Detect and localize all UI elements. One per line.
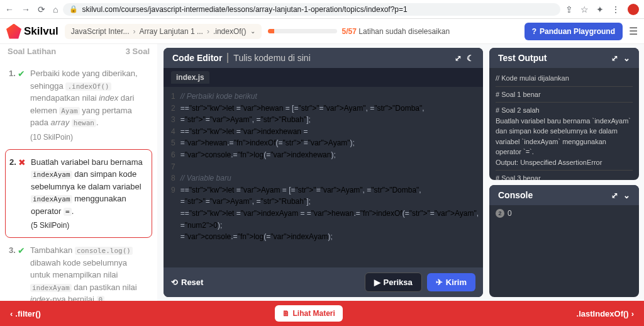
task-points: (5 SkilPoin) [31, 220, 148, 231]
progress-count: 5/57 [342, 27, 357, 36]
progress: 5/57 Latihan sudah diselesaikan [268, 27, 518, 36]
crumb-course[interactable]: JavaScript Inter... [71, 27, 130, 36]
star-icon[interactable]: ☆ [580, 4, 589, 14]
console-panel: Console ⤢ ⌄ 2 0 [489, 185, 639, 297]
theme-icon[interactable]: ☾ [467, 53, 474, 63]
reload-icon[interactable]: ⟳ [38, 4, 45, 14]
forward-icon[interactable]: → [21, 4, 30, 14]
task-text: Perbaiki kode yang diberikan, sehingga .… [30, 67, 148, 143]
url-text: skilvul.com/courses/javascript-intermedi… [82, 5, 407, 14]
task-number: 2. [9, 156, 18, 232]
address-bar[interactable]: 🔒 skilvul.com/courses/javascript-interme… [63, 3, 560, 16]
browser-toolbar: ← → ⟳ ⌂ 🔒 skilvul.com/courses/javascript… [0, 0, 644, 19]
help-button[interactable]: ? Panduan Playground [525, 23, 623, 40]
expand-icon[interactable]: ⤢ [611, 191, 618, 200]
task-points: (10 SkilPoin) [30, 132, 148, 143]
check-circle-icon: ✔ [18, 244, 25, 301]
task-text: Tambahkan console.log() dibawah kode seb… [30, 244, 148, 301]
expand-icon[interactable]: ⤢ [611, 53, 618, 63]
sidebar-title: Soal Latihan [8, 47, 56, 56]
code-editor-panel: Code Editor Tulis kodemu di sini ⤢ ☾ ind… [164, 48, 483, 297]
puzzle-icon[interactable]: ✦ [596, 4, 604, 14]
file-tab[interactable]: index.js [164, 68, 483, 87]
check-circle-icon: ✔ [18, 67, 25, 143]
prev-lesson-button[interactable]: ‹ .filter() [10, 309, 41, 318]
brand-logo[interactable]: Skilvul [6, 24, 58, 39]
refresh-icon: ⟲ [171, 278, 178, 287]
task-item[interactable]: 3.✔Tambahkan console.log() dibawah kode … [5, 238, 152, 301]
profile-avatar[interactable] [628, 4, 639, 15]
chevron-left-icon: ‹ [10, 309, 13, 318]
progress-label: Latihan sudah diselesaikan [358, 27, 450, 36]
reset-button[interactable]: ⟲ Reset [171, 278, 203, 287]
menu-button[interactable]: ☰ [629, 25, 638, 37]
task-sidebar: Soal Latihan 3 Soal 1.✔Perbaiki kode yan… [0, 44, 157, 301]
crumb-lesson[interactable]: Array Lanjutan 1 ... [140, 27, 203, 36]
task-number: 3. [9, 244, 18, 301]
chevron-down-icon[interactable]: ⌄ [623, 191, 630, 200]
breadcrumb: JavaScript Inter... › Array Lanjutan 1 .… [65, 24, 262, 39]
menu-icon[interactable]: ⋮ [611, 4, 620, 14]
question-icon: ? [532, 27, 536, 36]
home-icon[interactable]: ⌂ [53, 4, 58, 14]
task-item[interactable]: 2.✖Buatlah variabel baru bernama indexAy… [5, 149, 152, 239]
editor-title: Code Editor [172, 53, 222, 63]
chevron-down-icon[interactable]: ⌄ [250, 28, 255, 35]
logo-icon [6, 24, 21, 39]
document-icon: 🗎 [282, 309, 290, 318]
task-number: 1. [9, 67, 18, 143]
view-material-button[interactable]: 🗎 Lihat Materi [275, 305, 343, 322]
progress-bar [268, 29, 337, 33]
chevron-right-icon: › [207, 27, 209, 36]
check-button[interactable]: ▶ Periksa [365, 273, 422, 292]
crumb-topic[interactable]: .indexOf() [213, 27, 247, 36]
expand-icon[interactable]: ⤢ [455, 53, 462, 63]
task-text: Buatlah variabel baru bernama indexAyam … [31, 156, 148, 232]
editor-subtitle: Tulis kodemu di sini [227, 53, 310, 63]
close-circle-icon: ✖ [18, 156, 26, 232]
chevron-right-icon: › [133, 27, 136, 36]
lock-icon: 🔒 [69, 5, 78, 13]
console-value: 0 [508, 209, 512, 218]
code-area[interactable]: 123456789 // Perbaiki kode berikut=="str… [164, 87, 483, 267]
output-title: Test Output [498, 53, 547, 63]
console-title: Console [498, 190, 533, 200]
next-lesson-button[interactable]: .lastIndexOf() › [577, 309, 634, 318]
task-item[interactable]: 1.✔Perbaiki kode yang diberikan, sehingg… [5, 61, 152, 149]
send-icon: ✈ [436, 278, 443, 287]
test-output-panel: Test Output ⤢ ⌄ // Kode mulai dijalankan… [489, 48, 639, 180]
chevron-right-icon: › [631, 309, 634, 318]
app-header: Skilvul JavaScript Inter... › Array Lanj… [0, 19, 644, 44]
lesson-footer: ‹ .filter() 🗎 Lihat Materi .lastIndexOf(… [0, 301, 644, 326]
chevron-down-icon[interactable]: ⌄ [623, 53, 630, 63]
share-icon[interactable]: ⇪ [565, 4, 573, 14]
play-icon: ▶ [374, 278, 380, 287]
submit-button[interactable]: ✈ Kirim [427, 273, 475, 291]
console-count-badge: 2 [496, 209, 504, 218]
sidebar-count: 3 Soal [126, 47, 150, 56]
back-icon[interactable]: ← [5, 4, 14, 14]
